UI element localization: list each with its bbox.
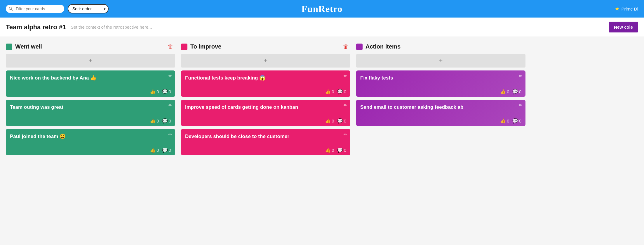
card-text-action-items-0: Fix flaky tests [360, 75, 521, 82]
column-action-items: Action items🗑+✏Fix flaky tests👍0💬0✏Send … [356, 43, 525, 241]
card-footer-to-improve-0: 👍0💬0 [185, 89, 346, 94]
card-comments-went-well-0[interactable]: 💬0 [162, 89, 171, 94]
card-to-improve-0: ✏Functional tests keep breaking 😱👍0💬0 [181, 70, 350, 97]
card-footer-went-well-2: 👍0💬0 [10, 147, 171, 153]
edit-card-button-went-well-0[interactable]: ✏ [168, 73, 172, 79]
sort-select[interactable]: Sort: order [68, 4, 109, 13]
delete-column-button-went-well[interactable]: 🗑 [166, 43, 175, 51]
card-likes-to-improve-1[interactable]: 👍0 [325, 118, 334, 124]
card-comments-to-improve-2[interactable]: 💬0 [337, 147, 346, 153]
filter-input[interactable] [6, 5, 64, 13]
board: Went well🗑+✏Nice work on the backend by … [0, 37, 644, 245]
sort-wrapper: Sort: order ▾ [64, 4, 109, 13]
thumb-icon: 👍 [325, 89, 331, 94]
header-right: ★ Prime Di [615, 6, 638, 12]
prime-label: Prime Di [621, 6, 638, 11]
column-color-dot-went-well [6, 44, 12, 50]
thumb-icon: 👍 [150, 89, 156, 94]
card-went-well-1: ✏Team outing was great👍0💬0 [6, 100, 175, 126]
edit-card-button-action-items-0[interactable]: ✏ [519, 73, 523, 79]
card-likes-to-improve-2[interactable]: 👍0 [325, 147, 334, 153]
card-likes-to-improve-0[interactable]: 👍0 [325, 89, 334, 94]
column-title-action-items: Action items [365, 43, 516, 50]
card-likes-action-items-0[interactable]: 👍0 [500, 89, 509, 94]
comment-icon: 💬 [337, 147, 343, 153]
edit-card-button-to-improve-1[interactable]: ✏ [344, 103, 347, 108]
add-card-button-went-well[interactable]: + [6, 54, 175, 68]
board-title: Team alpha retro #1 [6, 23, 66, 31]
column-header-action-items: Action items🗑 [356, 43, 525, 51]
card-action-items-1: ✏Send email to customer asking feedback … [356, 100, 525, 126]
card-went-well-2: ✏Paul joined the team 😀👍0💬0 [6, 129, 175, 155]
comment-icon: 💬 [337, 118, 343, 124]
column-title-to-improve: To improve [190, 43, 341, 50]
edit-card-button-to-improve-2[interactable]: ✏ [344, 132, 347, 137]
thumb-icon: 👍 [150, 147, 156, 153]
comment-icon: 💬 [512, 89, 518, 94]
app-header: Sort: order ▾ FunRetro ★ Prime Di [0, 0, 644, 18]
comment-icon: 💬 [162, 118, 168, 124]
card-footer-action-items-1: 👍0💬0 [360, 118, 521, 124]
edit-card-button-went-well-2[interactable]: ✏ [168, 132, 172, 137]
card-comments-action-items-0[interactable]: 💬0 [512, 89, 521, 94]
card-comments-to-improve-0[interactable]: 💬0 [337, 89, 346, 94]
thumb-icon: 👍 [325, 147, 331, 153]
comment-icon: 💬 [337, 89, 343, 94]
comment-icon: 💬 [512, 118, 518, 124]
thumb-icon: 👍 [500, 89, 506, 94]
add-card-button-to-improve[interactable]: + [181, 54, 350, 68]
card-comments-went-well-1[interactable]: 💬0 [162, 118, 171, 124]
column-color-dot-to-improve [181, 44, 187, 50]
card-likes-went-well-0[interactable]: 👍0 [150, 89, 159, 94]
card-text-went-well-0: Nice work on the backend by Ana 👍 [10, 75, 171, 82]
card-text-went-well-1: Team outing was great [10, 104, 171, 111]
card-footer-to-improve-1: 👍0💬0 [185, 118, 346, 124]
column-header-went-well: Went well🗑 [6, 43, 175, 51]
card-action-items-0: ✏Fix flaky tests👍0💬0 [356, 70, 525, 97]
comment-icon: 💬 [162, 147, 168, 153]
card-likes-action-items-1[interactable]: 👍0 [500, 118, 509, 124]
card-footer-went-well-1: 👍0💬0 [10, 118, 171, 124]
filter-wrapper [6, 5, 64, 13]
card-went-well-0: ✏Nice work on the backend by Ana 👍👍0💬0 [6, 70, 175, 97]
thumb-icon: 👍 [500, 118, 506, 124]
card-text-to-improve-0: Functional tests keep breaking 😱 [185, 75, 346, 82]
column-went-well: Went well🗑+✏Nice work on the backend by … [6, 43, 175, 241]
edit-card-button-went-well-1[interactable]: ✏ [168, 103, 172, 108]
edit-card-button-to-improve-0[interactable]: ✏ [344, 73, 347, 79]
card-comments-action-items-1[interactable]: 💬0 [512, 118, 521, 124]
card-text-went-well-2: Paul joined the team 😀 [10, 133, 171, 140]
card-footer-action-items-0: 👍0💬0 [360, 89, 521, 94]
thumb-icon: 👍 [150, 118, 156, 124]
card-text-action-items-1: Send email to customer asking feedback a… [360, 104, 521, 111]
card-footer-went-well-0: 👍0💬0 [10, 89, 171, 94]
star-icon: ★ [615, 6, 619, 12]
card-likes-went-well-1[interactable]: 👍0 [150, 118, 159, 124]
card-likes-went-well-2[interactable]: 👍0 [150, 147, 159, 153]
card-to-improve-1: ✏Improve speed of cards getting done on … [181, 100, 350, 126]
app-logo: FunRetro [302, 4, 343, 14]
column-header-to-improve: To improve🗑 [181, 43, 350, 51]
edit-card-button-action-items-1[interactable]: ✏ [519, 103, 523, 108]
column-color-dot-action-items [356, 44, 363, 50]
card-to-improve-2: ✏Developers should be close to the custo… [181, 129, 350, 155]
delete-column-button-to-improve[interactable]: 🗑 [341, 43, 350, 51]
column-to-improve: To improve🗑+✏Functional tests keep break… [181, 43, 350, 241]
add-card-button-action-items[interactable]: + [356, 54, 525, 68]
card-text-to-improve-1: Improve speed of cards getting done on k… [185, 104, 346, 111]
card-text-to-improve-2: Developers should be close to the custom… [185, 133, 346, 140]
board-subtitle: Set the context of the retrospective her… [71, 25, 152, 30]
card-comments-went-well-2[interactable]: 💬0 [162, 147, 171, 153]
card-footer-to-improve-2: 👍0💬0 [185, 147, 346, 153]
comment-icon: 💬 [162, 89, 168, 94]
card-comments-to-improve-1[interactable]: 💬0 [337, 118, 346, 124]
column-title-went-well: Went well [15, 43, 166, 50]
thumb-icon: 👍 [325, 118, 331, 124]
sub-header: Team alpha retro #1 Set the context of t… [0, 18, 644, 37]
new-column-button[interactable]: New cole [609, 22, 638, 32]
